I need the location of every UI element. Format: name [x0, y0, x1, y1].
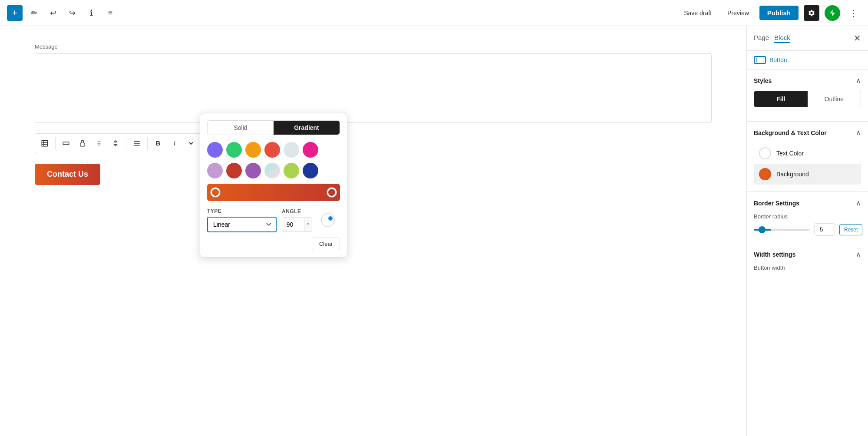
swatch-green[interactable]	[226, 142, 242, 158]
table-icon	[41, 139, 49, 147]
preview-button[interactable]: Preview	[722, 7, 754, 19]
text-color-row[interactable]: Text Color	[754, 143, 861, 164]
text-color-circle	[759, 147, 771, 159]
main-layout: Message	[0, 26, 868, 436]
swatch-purple[interactable]	[207, 142, 223, 158]
toolbar-table-button[interactable]	[37, 135, 53, 151]
message-label: Message	[35, 43, 712, 50]
clear-button[interactable]: Clear	[312, 238, 340, 250]
toolbar-arrows-button[interactable]	[108, 135, 123, 151]
editor-area: Message	[0, 26, 746, 436]
gear-icon	[808, 9, 815, 17]
solid-tab[interactable]: Solid	[208, 121, 274, 135]
border-settings-chevron-icon[interactable]: ∧	[856, 199, 861, 207]
button-tab-label: Button	[769, 56, 787, 63]
settings-button[interactable]	[804, 5, 819, 21]
right-sidebar: Page Block ✕ Button Styles ∧ Fill Outl	[746, 26, 868, 436]
swatch-lime[interactable]	[284, 163, 299, 178]
clear-row: Clear	[207, 238, 340, 250]
bolt-icon	[828, 9, 836, 17]
toolbar-minus-button[interactable]	[58, 135, 74, 151]
styles-chevron-icon[interactable]: ∧	[856, 76, 861, 85]
toolbar-divider-2	[126, 137, 126, 149]
undo-button[interactable]: ↩	[45, 5, 61, 21]
swatch-red[interactable]	[264, 142, 280, 158]
reset-button[interactable]: Reset	[839, 224, 862, 235]
toolbar-align-button[interactable]	[129, 135, 145, 151]
color-picker-popup: Solid Gradient	[200, 113, 347, 258]
border-radius-slider[interactable]	[754, 229, 810, 231]
topbar-right: Save draft Preview Publish ⋮	[679, 5, 861, 21]
border-settings-section: Border Settings ∧ Border radius Reset	[747, 192, 868, 243]
svg-point-6	[98, 141, 99, 142]
bg-text-color-chevron-icon[interactable]: ∧	[856, 129, 861, 137]
block-tab[interactable]: Block	[774, 34, 790, 43]
swatch-orange[interactable]	[245, 142, 261, 158]
width-settings-title: Width settings	[754, 251, 795, 258]
gradient-bar-container	[207, 184, 340, 201]
toolbar-lock-button[interactable]	[75, 135, 90, 151]
fill-button[interactable]: Fill	[754, 91, 808, 107]
arrows-icon	[112, 139, 119, 147]
width-settings-chevron-icon[interactable]: ∧	[856, 250, 861, 258]
more-options-button[interactable]: ⋮	[845, 6, 861, 20]
add-block-button[interactable]: +	[7, 5, 23, 21]
redo-icon: ↪	[69, 8, 76, 18]
swatch-pink[interactable]	[303, 142, 318, 158]
list-icon: ≡	[108, 8, 113, 17]
message-textarea[interactable]	[35, 53, 712, 123]
svg-rect-15	[756, 58, 763, 62]
angle-input-wrap: °	[282, 217, 312, 232]
info-icon: ℹ	[90, 8, 93, 18]
angle-label: ANGLE	[282, 208, 312, 215]
contact-us-button[interactable]: Contact Us	[35, 164, 100, 185]
svg-point-10	[98, 145, 99, 145]
background-color-circle	[759, 168, 771, 180]
gradient-bar[interactable]	[207, 184, 340, 201]
outline-button[interactable]: Outline	[808, 91, 861, 107]
gradient-tab[interactable]: Gradient	[274, 121, 340, 135]
close-icon: ✕	[854, 33, 861, 43]
topbar: + ✏ ↩ ↪ ℹ ≡ Save draft Preview Publish ⋮	[0, 0, 868, 26]
toolbar-divider-3	[147, 137, 148, 149]
gradient-stop-left[interactable]	[211, 188, 220, 197]
sidebar-close-button[interactable]: ✕	[854, 33, 861, 43]
boost-button[interactable]	[825, 5, 840, 21]
page-tab[interactable]: Page	[754, 34, 769, 43]
minus-icon	[62, 139, 70, 147]
save-draft-button[interactable]: Save draft	[679, 7, 717, 19]
gradient-stop-right[interactable]	[327, 188, 337, 197]
solid-gradient-tabs: Solid Gradient	[207, 120, 340, 135]
list-button[interactable]: ≡	[102, 5, 118, 21]
angle-input[interactable]	[282, 218, 304, 231]
toolbar-drag-button[interactable]	[91, 135, 107, 151]
svg-rect-4	[63, 142, 69, 145]
swatch-teal[interactable]	[264, 163, 280, 178]
publish-button[interactable]: Publish	[759, 6, 799, 20]
swatch-light-gray[interactable]	[284, 142, 299, 158]
toolbar-dropdown-button[interactable]	[183, 135, 199, 151]
swatch-purple2[interactable]	[245, 163, 261, 178]
swatch-lavender[interactable]	[207, 163, 223, 178]
pencil-button[interactable]: ✏	[26, 5, 42, 21]
text-color-label: Text Color	[776, 150, 804, 157]
svg-point-8	[98, 143, 99, 144]
swatch-navy[interactable]	[303, 163, 318, 178]
angle-circle[interactable]	[321, 213, 335, 227]
chevron-down-icon	[188, 141, 194, 146]
toolbar-italic-button[interactable]: I	[167, 135, 182, 151]
drag-icon	[95, 139, 103, 147]
angle-column: ANGLE °	[282, 208, 312, 232]
redo-button[interactable]: ↪	[64, 5, 80, 21]
swatch-dark-red[interactable]	[226, 163, 242, 178]
toolbar-bold-button[interactable]: B	[150, 135, 166, 151]
add-icon: +	[12, 7, 18, 19]
background-label: Background	[776, 171, 809, 178]
border-settings-title: Border Settings	[754, 200, 799, 207]
info-button[interactable]: ℹ	[83, 5, 99, 21]
border-radius-input[interactable]	[814, 223, 835, 236]
background-color-row[interactable]: Background	[754, 164, 861, 185]
angle-dot	[328, 216, 333, 221]
gradient-type-select[interactable]: Linear Radial	[207, 217, 277, 232]
lock-icon	[79, 139, 86, 147]
